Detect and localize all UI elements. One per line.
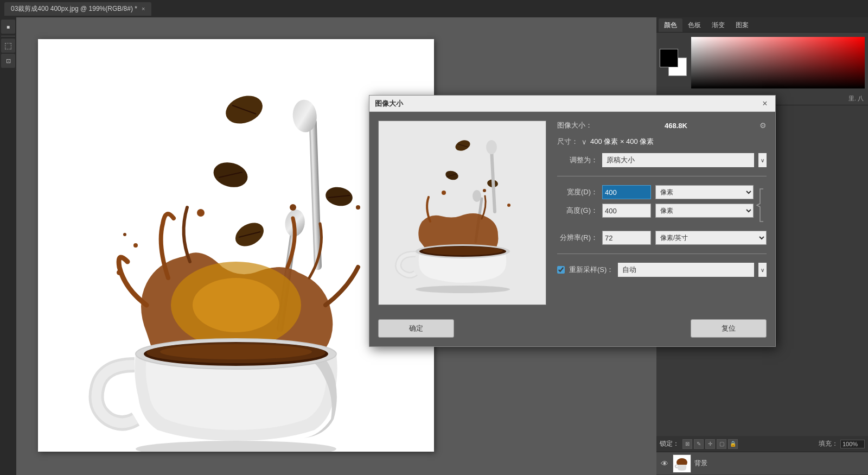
svg-point-24 <box>193 278 279 332</box>
fill-input[interactable] <box>840 440 865 448</box>
svg-point-42 <box>473 190 481 202</box>
dialog-buttons: 确定 复位 <box>369 314 775 346</box>
fill-label: 填充： <box>819 439 838 448</box>
height-input[interactable] <box>602 204 651 218</box>
resample-dropdown-icon[interactable]: ∨ <box>758 263 767 277</box>
width-input[interactable] <box>602 185 651 199</box>
lock-draw-icon[interactable]: ✎ <box>694 439 704 449</box>
adjust-dropdown-icon[interactable]: ∨ <box>758 153 767 167</box>
layer-name: 背景 <box>694 459 707 468</box>
dialog-close-button[interactable]: × <box>760 99 770 109</box>
foreground-bg-tool[interactable]: ■ <box>1 20 15 34</box>
document-tab[interactable]: 03裁剪成400 400px.jpg @ 199%(RGB/8#) * × <box>4 2 151 16</box>
svg-point-43 <box>442 191 446 195</box>
tab-label: 03裁剪成400 400px.jpg @ 199%(RGB/8#) * <box>11 4 137 14</box>
adjust-value: 原稿大小 <box>602 153 754 167</box>
lock-move-icon[interactable]: ✛ <box>705 439 715 449</box>
lock-icons: ⊠ ✎ ✛ ▢ 🔒 <box>682 439 738 449</box>
svg-point-13 <box>197 209 205 217</box>
resample-checkbox[interactable] <box>557 266 565 274</box>
layer-row-background[interactable]: 👁 背景 <box>656 452 868 475</box>
width-label: 宽度(D)： <box>557 187 598 197</box>
dialog-title-bar: 图像大小 × <box>369 96 775 112</box>
resample-value: 自动 <box>618 263 754 277</box>
foreground-color-swatch[interactable] <box>660 49 678 67</box>
title-bar: 03裁剪成400 400px.jpg @ 199%(RGB/8#) * × <box>0 0 868 17</box>
svg-point-17 <box>117 270 122 275</box>
dialog-preview <box>378 121 546 305</box>
svg-point-40 <box>486 140 497 154</box>
dialog-body: 图像大小： 468.8K ⚙ 尺寸： ∨ 400 像素 × 400 像素 调整为… <box>369 112 775 314</box>
lock-all-icon[interactable]: 🔒 <box>728 439 738 449</box>
resample-row: 重新采样(S)： 自动 ∨ <box>557 263 767 277</box>
svg-point-18 <box>356 205 360 210</box>
dimension-expand-icon[interactable]: ∨ <box>582 138 587 146</box>
tab-swatches[interactable]: 色板 <box>682 18 706 32</box>
adjust-label: 调整为： <box>557 155 598 165</box>
width-unit-select[interactable]: 像素 英寸 厘米 <box>655 185 754 199</box>
dimension-value: 400 像素 × 400 像素 <box>590 137 654 147</box>
tool-btn-1[interactable]: ⬚ <box>1 39 15 53</box>
dialog-image-size-row: 图像大小： 468.8K ⚙ <box>557 121 767 130</box>
dialog-title: 图像大小 <box>375 99 403 109</box>
resolution-input[interactable] <box>602 231 651 245</box>
settings-gear-icon[interactable]: ⚙ <box>760 121 767 130</box>
tool-icon-fg: ■ <box>7 24 10 30</box>
reset-button[interactable]: 复位 <box>691 319 767 338</box>
color-panel-tabs: 颜色 色板 渐变 图案 <box>656 17 868 33</box>
dim-fields: 宽度(D)： 像素 英寸 厘米 高度(G)： <box>557 185 754 224</box>
resample-label: 重新采样(S)： <box>569 265 614 275</box>
height-unit-select[interactable]: 像素 英寸 厘米 <box>655 204 754 218</box>
left-toolbar: ■ ⬚ ⊡ <box>0 17 16 475</box>
confirm-button[interactable]: 确定 <box>378 319 454 338</box>
fg-bg-colors[interactable] <box>660 49 687 76</box>
color-picker-gradient[interactable] <box>691 37 865 88</box>
layer-visibility-icon[interactable]: 👁 <box>660 459 669 468</box>
svg-point-22 <box>123 233 126 236</box>
tab-color[interactable]: 颜色 <box>659 18 682 32</box>
resolution-label: 分辨率(R)： <box>557 233 598 243</box>
height-row: 高度(G)： 像素 英寸 厘米 <box>557 204 754 218</box>
svg-point-14 <box>290 204 296 211</box>
svg-point-29 <box>160 344 312 359</box>
dimension-row: 尺寸： ∨ 400 像素 × 400 像素 <box>557 137 767 147</box>
image-size-label: 图像大小： <box>557 121 592 130</box>
image-size-value: 468.8K <box>665 122 687 130</box>
svg-point-21 <box>133 243 138 248</box>
dialog-settings: 图像大小： 468.8K ⚙ 尺寸： ∨ 400 像素 × 400 像素 调整为… <box>557 121 767 305</box>
svg-point-48 <box>423 246 503 255</box>
tab-gradient[interactable]: 渐变 <box>706 18 730 32</box>
dimension-link-bracket <box>756 185 767 224</box>
layer-thumbnail <box>673 454 691 473</box>
layers-lock-bar: 锁定： ⊠ ✎ ✛ ▢ 🔒 填充： <box>656 436 868 452</box>
svg-point-49 <box>416 286 510 293</box>
resolution-row: 分辨率(R)： 像素/英寸 像素/厘米 <box>557 231 767 245</box>
fill-control: 填充： <box>819 439 865 448</box>
tool-btn-2[interactable]: ⊡ <box>1 54 15 68</box>
color-panel-body <box>656 33 868 92</box>
dimension-label: 尺寸： <box>557 137 578 147</box>
tab-pattern[interactable]: 图案 <box>730 18 754 32</box>
lock-label: 锁定： <box>660 439 679 448</box>
height-label: 高度(G)： <box>557 206 598 216</box>
lock-pixels-icon[interactable]: ⊠ <box>682 439 692 449</box>
svg-point-44 <box>483 189 486 192</box>
resolution-unit-select[interactable]: 像素/英寸 像素/厘米 <box>655 231 767 245</box>
svg-point-45 <box>507 204 510 207</box>
dialog-divider-2 <box>557 254 767 254</box>
dimensions-section: 宽度(D)： 像素 英寸 厘米 高度(G)： <box>557 185 767 224</box>
lock-artboard-icon[interactable]: ▢ <box>717 439 726 449</box>
image-size-dialog[interactable]: 图像大小 × <box>369 95 776 347</box>
adjust-row: 调整为： 原稿大小 ∨ <box>557 153 767 167</box>
dialog-divider-1 <box>557 176 767 176</box>
toolbar-separator <box>1 36 15 36</box>
width-row: 宽度(D)： 像素 英寸 厘米 <box>557 185 754 199</box>
tab-close-icon[interactable]: × <box>142 5 145 12</box>
